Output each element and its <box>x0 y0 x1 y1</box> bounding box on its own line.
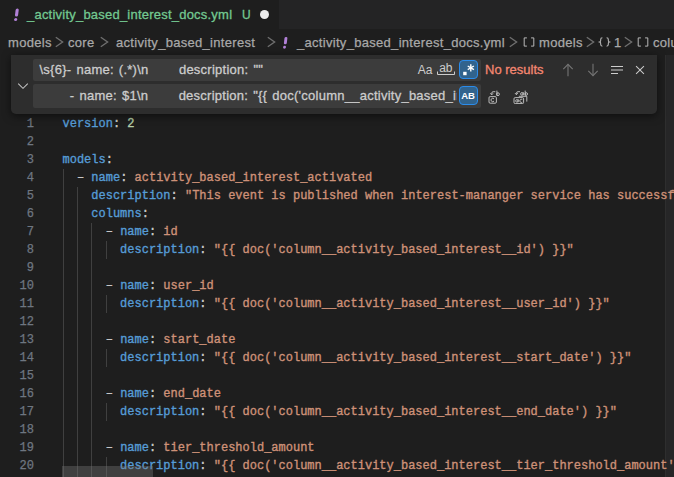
svg-text:ab: ab <box>439 61 453 75</box>
